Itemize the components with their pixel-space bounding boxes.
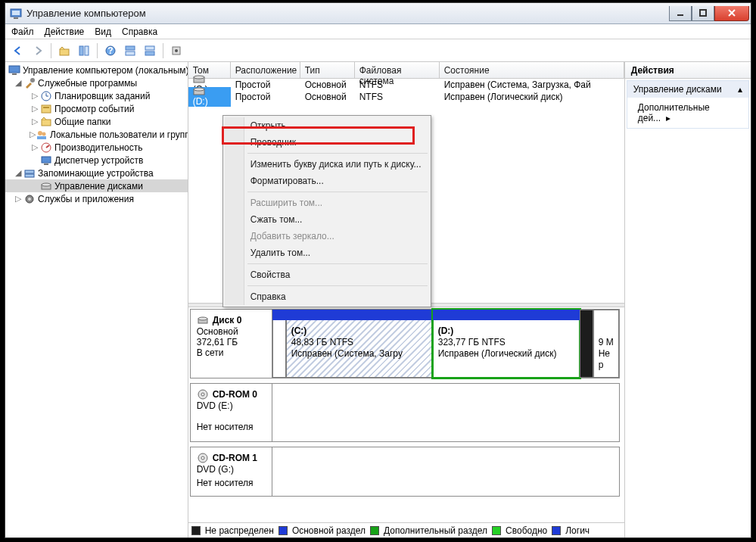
tree-item[interactable]: ▷Просмотр событий: [5, 102, 188, 115]
svg-rect-7: [85, 46, 89, 55]
drive-icon: [193, 87, 205, 96]
minimize-button[interactable]: [669, 6, 692, 21]
forward-button[interactable]: [30, 42, 46, 59]
ctx-shrink[interactable]: Сжать том...: [225, 211, 429, 228]
nav-tree[interactable]: Управление компьютером (локальным) ◢Служ…: [5, 62, 188, 537]
ctx-delete[interactable]: Удалить том...: [225, 245, 429, 261]
app-window: Управление компьютером Файл Действие Вид…: [5, 2, 751, 538]
svg-point-38: [194, 88, 204, 91]
tree-item[interactable]: ▷Производительность: [5, 141, 188, 154]
tree-item[interactable]: Диспетчер устройств: [5, 154, 188, 167]
ctx-change-drive-letter[interactable]: Изменить букву диска или путь к диску...: [225, 156, 429, 173]
disk-row[interactable]: Диск 0 Основной 372,61 ГБ В сети (C:)48,…: [190, 309, 620, 378]
svg-rect-16: [9, 66, 20, 73]
collapse-icon: ▴: [738, 84, 742, 95]
tree-group-utilities[interactable]: ◢Служебные программы: [5, 76, 188, 89]
menu-file[interactable]: Файл: [11, 26, 34, 37]
toolbar: ?: [5, 39, 751, 62]
computer-icon: [8, 64, 20, 76]
tree-root[interactable]: Управление компьютером (локальным): [5, 64, 188, 76]
disk-row[interactable]: CD-ROM 1 DVD (G:) Нет носителя: [190, 447, 620, 497]
column-header[interactable]: Состояние: [440, 62, 624, 78]
disk-mgmt-icon: [40, 180, 52, 192]
column-header[interactable]: Тип: [300, 62, 355, 78]
svg-text:?: ?: [107, 45, 113, 56]
disk-header[interactable]: Диск 0 Основной 372,61 ГБ В сети: [191, 310, 272, 378]
tree-item[interactable]: ▷Общие папки: [5, 115, 188, 128]
svg-rect-2: [14, 17, 18, 19]
svg-point-44: [201, 456, 204, 459]
disk-header[interactable]: CD-ROM 1 DVD (G:) Нет носителя: [191, 447, 272, 496]
partition-d[interactable]: (D:)323,77 ГБ NTFSИсправен (Логический д…: [433, 310, 580, 378]
menu-action[interactable]: Действие: [45, 26, 85, 37]
window-controls: [669, 6, 749, 21]
svg-point-40: [198, 317, 207, 320]
window-title: Управление компьютером: [26, 8, 669, 19]
scheduler-icon: [40, 90, 52, 102]
help-button[interactable]: ?: [102, 42, 119, 59]
up-button[interactable]: [56, 42, 73, 59]
volume-list[interactable]: (C:) Простой Основной NTFS Исправен (Сис…: [188, 79, 624, 303]
svg-point-42: [201, 393, 204, 396]
volume-row[interactable]: (C:) Простой Основной NTFS Исправен (Сис…: [188, 79, 624, 91]
svg-point-23: [38, 131, 42, 136]
disk-row[interactable]: CD-ROM 0 DVD (E:) Нет носителя: [190, 383, 620, 442]
ctx-add-mirror: Добавить зеркало...: [225, 228, 429, 245]
actions-section-header[interactable]: Управление дисками ▴: [627, 81, 748, 98]
tree-item[interactable]: ▷Планировщик заданий: [5, 89, 188, 102]
actions-more-link[interactable]: Дополнительные дей... ▸: [627, 98, 748, 128]
svg-rect-10: [126, 46, 135, 50]
svg-point-32: [42, 183, 51, 186]
svg-point-18: [30, 78, 35, 83]
tools-icon: [23, 77, 36, 89]
menu-help[interactable]: Справка: [122, 26, 157, 37]
context-menu: Открыть Проводник Изменить букву диска и…: [222, 115, 431, 307]
ctx-properties[interactable]: Свойства: [225, 266, 429, 283]
svg-rect-6: [79, 46, 83, 55]
svg-rect-12: [145, 46, 154, 50]
ctx-format[interactable]: Форматировать...: [225, 173, 429, 189]
device-manager-icon: [40, 154, 52, 167]
services-icon: [23, 193, 36, 205]
legend-swatch: [492, 526, 501, 535]
view-top-button[interactable]: [122, 42, 138, 59]
svg-rect-3: [677, 14, 683, 16]
partition-small[interactable]: 9 МНе р: [593, 310, 619, 378]
disk-graphic-panel: Диск 0 Основной 372,61 ГБ В сети (C:)48,…: [188, 307, 624, 522]
storage-icon: [23, 167, 36, 179]
svg-rect-25: [37, 136, 46, 139]
title-bar: Управление компьютером: [5, 3, 751, 24]
svg-rect-4: [700, 10, 706, 16]
ctx-open[interactable]: Открыть: [225, 117, 429, 134]
svg-rect-30: [25, 174, 34, 177]
cdrom-icon: [197, 452, 209, 464]
ctx-explorer[interactable]: Проводник: [225, 134, 429, 151]
maximize-button[interactable]: [692, 6, 714, 21]
close-button[interactable]: [714, 6, 749, 21]
disk-header[interactable]: CD-ROM 0 DVD (E:) Нет носителя: [191, 384, 272, 441]
back-button[interactable]: [10, 42, 26, 59]
ctx-extend: Расширить том...: [225, 195, 429, 211]
legend-swatch: [370, 526, 379, 535]
partition-c[interactable]: (C:)48,83 ГБ NTFSИсправен (Система, Загр…: [286, 310, 433, 378]
column-header[interactable]: Расположение: [231, 62, 300, 78]
tree-group-services[interactable]: ▷Службы и приложения: [5, 192, 188, 205]
settings-button[interactable]: [168, 42, 185, 59]
volume-row-selected[interactable]: (D:) Простой Основной NTFS Исправен (Лог…: [188, 91, 624, 103]
menu-view[interactable]: Вид: [95, 26, 111, 37]
ctx-help[interactable]: Справка: [225, 288, 429, 305]
event-viewer-icon: [40, 103, 52, 115]
disk-icon: [197, 314, 209, 326]
tree-item[interactable]: ▷Локальные пользователи и группы: [5, 128, 188, 141]
svg-point-34: [28, 198, 31, 201]
partition-hidden[interactable]: [272, 310, 286, 378]
view-bottom-button[interactable]: [142, 42, 158, 59]
tree-item-disk-management[interactable]: Управление дисками: [5, 179, 188, 192]
svg-rect-5: [60, 49, 69, 55]
legend-swatch: [552, 526, 561, 535]
column-header[interactable]: Файловая система: [355, 62, 440, 78]
partition-unallocated[interactable]: [580, 310, 593, 378]
content-area: Управление компьютером (локальным) ◢Служ…: [5, 62, 751, 537]
tree-group-storage[interactable]: ◢Запоминающие устройства: [5, 167, 188, 179]
show-hide-button[interactable]: [76, 42, 92, 59]
